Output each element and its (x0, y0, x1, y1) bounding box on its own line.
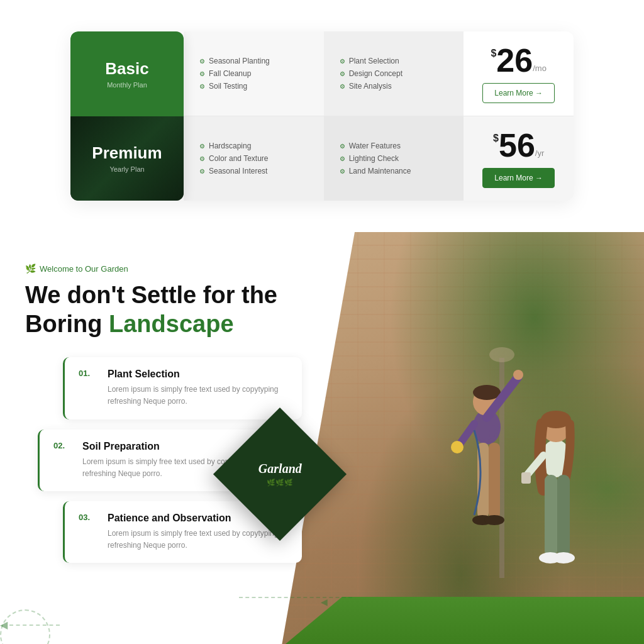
step-1-content: Plant Selection Lorem ipsum is simply fr… (108, 369, 288, 408)
premium-features-left: ⚙ Hardscaping ⚙ Color and Texture ⚙ Seas… (184, 116, 324, 201)
section-tag: 🌿 Welcome to Our Garden (25, 264, 302, 274)
pfeature-icon-r2: ⚙ (340, 155, 345, 162)
heading-line1: We don't Settle for the (25, 282, 277, 308)
pricing-details: ⚙ Seasonal Planting ⚙ Fall Cleanup ⚙ Soi… (184, 31, 574, 201)
main-heading: We don't Settle for the Boring Landscape (25, 281, 302, 338)
premium-plan-card: Premium Yearly Plan (70, 116, 184, 201)
basic-feature-2: ⚙ Fall Cleanup (199, 69, 308, 78)
premium-features-right: ⚙ Water Features ⚙ Lighting Check ⚙ Land… (324, 116, 464, 201)
premium-plan-type: Yearly Plan (109, 165, 144, 173)
step-2-title: Soil Preparation (82, 441, 263, 452)
basic-plan-type: Monthly Plan (107, 81, 147, 89)
basic-feature-r2: ⚙ Design Concept (340, 69, 448, 78)
basic-plan-name: Basic (105, 59, 148, 79)
svg-point-4 (473, 385, 501, 400)
premium-feature-r3: ⚙ Land Maintenance (340, 167, 448, 175)
basic-feature-r3: ⚙ Site Analysis (340, 82, 448, 91)
svg-point-12 (484, 515, 504, 525)
pfeature-icon-r1: ⚙ (340, 143, 345, 150)
pricing-section: Basic Monthly Plan Premium Yearly Plan ⚙… (0, 0, 644, 232)
svg-rect-17 (557, 475, 570, 557)
diamond-inner: Garland 🌿🌿🌿 (258, 462, 302, 487)
basic-price-period: /mo (533, 64, 547, 73)
logo-name: Garland (258, 462, 302, 476)
premium-price-period: /yr (535, 148, 544, 158)
premium-price-value: 56 (499, 129, 535, 162)
svg-rect-21 (521, 472, 531, 484)
premium-feature-r1: ⚙ Water Features (340, 142, 448, 150)
basic-price-block: $ 26 /mo Learn More → (464, 31, 574, 116)
feature-icon-r1: ⚙ (340, 58, 345, 65)
step-1-number: 01. (79, 369, 97, 378)
basic-price-value: 26 (496, 44, 533, 77)
svg-point-8 (451, 441, 464, 453)
arrow-right-deco: ◀ (321, 597, 328, 607)
premium-price-block: $ 56 /yr Learn More → (464, 116, 574, 201)
deco-circle (0, 609, 50, 644)
logo-sub: 🌿🌿🌿 (258, 479, 302, 487)
feature-icon-1: ⚙ (199, 58, 205, 65)
step-1-title: Plant Selection (108, 369, 288, 380)
persons-svg (386, 295, 625, 644)
heading-normal: Boring (25, 311, 102, 337)
step-3-number: 03. (79, 513, 97, 522)
tag-icon: 🌿 (25, 264, 36, 274)
basic-feature-1: ⚙ Seasonal Planting (199, 57, 308, 65)
feature-icon-r2: ⚙ (340, 70, 345, 77)
premium-feature-r2: ⚙ Lighting Check (340, 154, 448, 163)
pfeature-icon-3: ⚙ (199, 168, 205, 175)
step-3-desc: Lorem ipsum is simply free text used by … (108, 528, 288, 552)
svg-point-1 (489, 347, 514, 362)
premium-price-number: $ 56 /yr (493, 129, 544, 162)
feature-icon-3: ⚙ (199, 83, 205, 90)
basic-plan-card: Basic Monthly Plan (70, 31, 184, 116)
premium-feature-1: ⚙ Hardscaping (199, 142, 308, 150)
premium-price-dollar: $ (493, 133, 499, 144)
plans-card: Basic Monthly Plan Premium Yearly Plan (70, 31, 184, 201)
premium-learn-btn[interactable]: Learn More → (482, 168, 555, 188)
pricing-wrapper: Basic Monthly Plan Premium Yearly Plan ⚙… (70, 31, 574, 201)
basic-features-right: ⚙ Plant Selection ⚙ Design Concept ⚙ Sit… (324, 31, 464, 116)
svg-point-15 (541, 411, 571, 428)
basic-pricing-row: ⚙ Seasonal Planting ⚙ Fall Cleanup ⚙ Soi… (184, 31, 574, 116)
basic-price-number: $ 26 /mo (491, 44, 546, 77)
persons-area (386, 295, 625, 644)
pfeature-icon-r3: ⚙ (340, 168, 345, 175)
step-2-number: 02. (53, 441, 72, 450)
premium-plan-name: Premium (92, 143, 162, 163)
tag-text: Welcome to Our Garden (40, 264, 128, 274)
step-1-desc: Lorem ipsum is simply free text used by … (108, 384, 288, 408)
basic-features-left: ⚙ Seasonal Planting ⚙ Fall Cleanup ⚙ Soi… (184, 31, 324, 116)
step-card-1: 01. Plant Selection Lorem ipsum is simpl… (63, 357, 302, 419)
heading-green: Landscape (109, 311, 234, 337)
basic-price-dollar: $ (491, 48, 496, 59)
premium-pricing-row: ⚙ Hardscaping ⚙ Color and Texture ⚙ Seas… (184, 116, 574, 201)
garden-section: 🌿 Welcome to Our Garden We don't Settle … (0, 232, 644, 644)
basic-feature-3: ⚙ Soil Testing (199, 82, 308, 91)
feature-icon-2: ⚙ (199, 70, 205, 77)
pfeature-icon-1: ⚙ (199, 143, 205, 150)
svg-point-19 (552, 552, 575, 564)
feature-icon-r3: ⚙ (340, 83, 345, 90)
svg-rect-10 (489, 443, 500, 518)
dotted-bottom-line (239, 597, 352, 598)
basic-learn-btn[interactable]: Learn More → (482, 83, 555, 103)
basic-feature-r1: ⚙ Plant Selection (340, 57, 448, 65)
premium-feature-3: ⚙ Seasonal Interest (199, 167, 308, 175)
pfeature-icon-2: ⚙ (199, 155, 205, 162)
premium-feature-2: ⚙ Color and Texture (199, 154, 308, 163)
svg-point-6 (513, 370, 523, 380)
svg-rect-16 (545, 475, 557, 557)
